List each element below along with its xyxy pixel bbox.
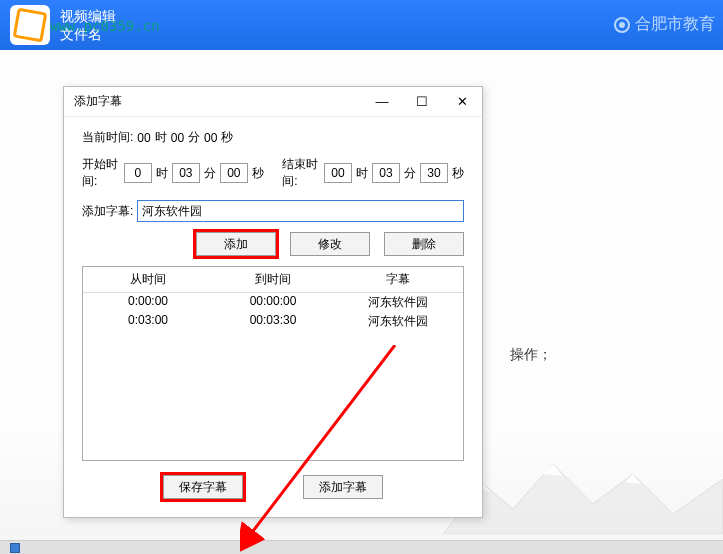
end-min-input[interactable]: [372, 163, 400, 183]
current-time-row: 当前时间: 00时 00分 00秒: [82, 129, 464, 146]
header-filename: 文件名: [60, 25, 116, 43]
progress-bar[interactable]: [0, 540, 723, 554]
col-from-header: 从时间: [83, 271, 213, 288]
delete-button[interactable]: 删除: [384, 232, 464, 256]
main-area: 操作； 添加字幕 — ☐ ✕ 当前时间: 00时 00分 00秒 开始时间: 时…: [0, 50, 723, 554]
subtitle-dialog: 添加字幕 — ☐ ✕ 当前时间: 00时 00分 00秒 开始时间: 时 分 秒: [63, 86, 483, 518]
time-range-row: 开始时间: 时 分 秒 结束时间: 时 分 秒: [82, 156, 464, 190]
modify-button[interactable]: 修改: [290, 232, 370, 256]
brand-right: 合肥市教育: [613, 14, 715, 35]
close-button[interactable]: ✕: [442, 87, 482, 117]
end-hour-input[interactable]: [324, 163, 352, 183]
subtitle-input-row: 添加字幕:: [82, 200, 464, 222]
start-min-input[interactable]: [172, 163, 200, 183]
dialog-title: 添加字幕: [74, 93, 362, 110]
add-subtitle-button[interactable]: 添加字幕: [303, 475, 383, 499]
svg-point-1: [619, 22, 625, 28]
subtitle-list[interactable]: 从时间 到时间 字幕 0:00:00 00:00:00 河东软件园 0:03:0…: [82, 266, 464, 461]
maximize-button[interactable]: ☐: [402, 87, 442, 117]
list-row[interactable]: 0:00:00 00:00:00 河东软件园: [83, 293, 463, 312]
header-title: 视频编辑: [60, 7, 116, 25]
minimize-button[interactable]: —: [362, 87, 402, 117]
list-row[interactable]: 0:03:00 00:03:30 河东软件园: [83, 312, 463, 331]
save-subtitle-button[interactable]: 保存字幕: [163, 475, 243, 499]
progress-thumb[interactable]: [10, 543, 20, 553]
start-hour-input[interactable]: [124, 163, 152, 183]
col-to-header: 到时间: [213, 271, 333, 288]
start-sec-input[interactable]: [220, 163, 248, 183]
dialog-titlebar: 添加字幕 — ☐ ✕: [64, 87, 482, 117]
mountain-decoration: [443, 454, 723, 534]
side-text: 操作；: [510, 346, 552, 364]
col-sub-header: 字幕: [333, 271, 463, 288]
end-sec-input[interactable]: [420, 163, 448, 183]
app-logo: [10, 5, 50, 45]
add-button[interactable]: 添加: [196, 232, 276, 256]
list-header: 从时间 到时间 字幕: [83, 267, 463, 293]
subtitle-text-input[interactable]: [137, 200, 464, 222]
top-header: 视频编辑 文件名 www.pc0359.cn 合肥市教育: [0, 0, 723, 50]
